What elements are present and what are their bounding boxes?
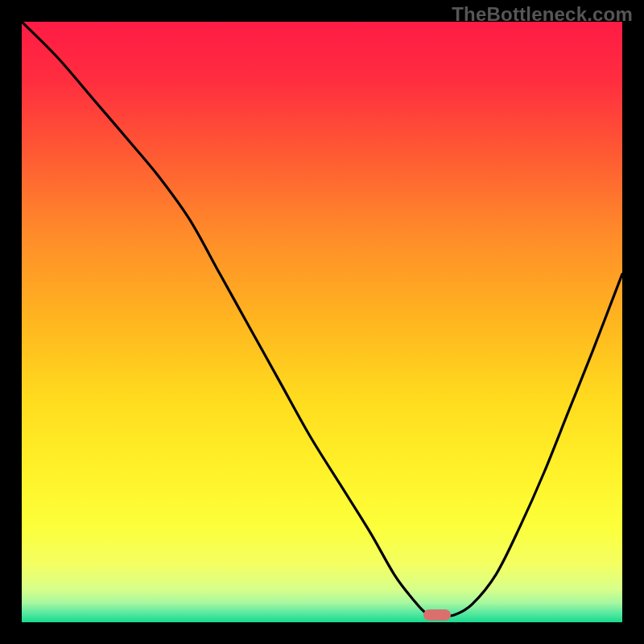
optimal-marker [423, 609, 451, 621]
chart-frame: TheBottleneck.com [0, 0, 644, 644]
bottleneck-curve [22, 22, 622, 622]
plot-area [22, 22, 622, 622]
